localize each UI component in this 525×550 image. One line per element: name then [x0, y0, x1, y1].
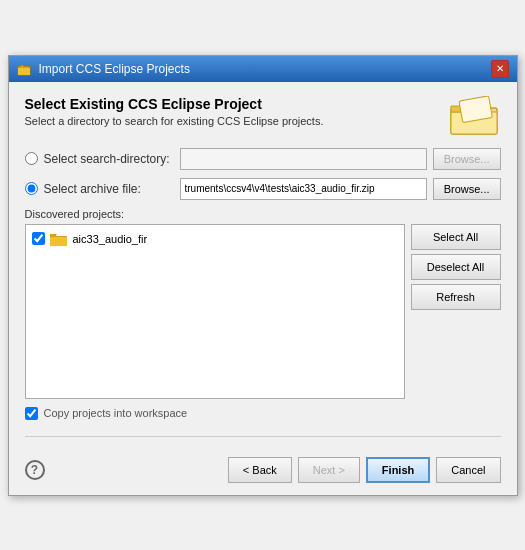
search-dir-browse-button[interactable]: Browse...: [433, 148, 501, 170]
footer-buttons: < Back Next > Finish Cancel: [228, 457, 501, 483]
copy-projects-label[interactable]: Copy projects into workspace: [44, 407, 188, 419]
search-dir-row: Select search-directory: Browse...: [25, 148, 501, 170]
titlebar: Import CCS Eclipse Projects ✕: [9, 56, 517, 82]
select-all-button[interactable]: Select All: [411, 224, 501, 250]
archive-file-label[interactable]: Select archive file:: [44, 182, 174, 196]
search-dir-label[interactable]: Select search-directory:: [44, 152, 174, 166]
window-title: Import CCS Eclipse Projects: [39, 62, 190, 76]
titlebar-left: Import CCS Eclipse Projects: [17, 61, 190, 77]
projects-area: aic33_audio_fir Select All Deselect All …: [25, 224, 501, 399]
footer-left: ?: [25, 460, 45, 480]
copy-checkbox-row: Copy projects into workspace: [25, 407, 501, 420]
project-folder-icon: [50, 231, 68, 247]
header-folder-icon: [449, 96, 501, 138]
section-title: Select Existing CCS Eclipse Project: [25, 96, 324, 112]
divider: [25, 436, 501, 437]
side-buttons: Select All Deselect All Refresh: [411, 224, 501, 399]
dialog-content: Select Existing CCS Eclipse Project Sele…: [9, 82, 517, 457]
search-dir-input[interactable]: [180, 148, 427, 170]
finish-button[interactable]: Finish: [366, 457, 430, 483]
copy-projects-checkbox[interactable]: [25, 407, 38, 420]
deselect-all-button[interactable]: Deselect All: [411, 254, 501, 280]
list-item[interactable]: aic33_audio_fir: [30, 229, 400, 249]
archive-file-row: Select archive file: Browse...: [25, 178, 501, 200]
refresh-button[interactable]: Refresh: [411, 284, 501, 310]
archive-file-browse-button[interactable]: Browse...: [433, 178, 501, 200]
close-button[interactable]: ✕: [491, 60, 509, 78]
cancel-button[interactable]: Cancel: [436, 457, 500, 483]
svg-rect-1: [18, 68, 30, 75]
archive-file-input[interactable]: [180, 178, 427, 200]
next-button[interactable]: Next >: [298, 457, 360, 483]
archive-file-radio[interactable]: [25, 182, 38, 195]
main-window: Import CCS Eclipse Projects ✕ Select Exi…: [8, 55, 518, 496]
svg-rect-6: [459, 96, 492, 123]
header-text: Select Existing CCS Eclipse Project Sele…: [25, 96, 324, 127]
discovered-projects-label: Discovered projects:: [25, 208, 501, 220]
back-button[interactable]: < Back: [228, 457, 292, 483]
footer: ? < Back Next > Finish Cancel: [9, 457, 517, 495]
svg-rect-8: [50, 237, 67, 246]
projects-list: aic33_audio_fir: [25, 224, 405, 399]
window-icon: [17, 61, 33, 77]
section-description: Select a directory to search for existin…: [25, 115, 324, 127]
project-checkbox[interactable]: [32, 232, 45, 245]
section-header: Select Existing CCS Eclipse Project Sele…: [25, 96, 501, 138]
help-button[interactable]: ?: [25, 460, 45, 480]
search-dir-radio[interactable]: [25, 152, 38, 165]
project-name: aic33_audio_fir: [73, 233, 148, 245]
